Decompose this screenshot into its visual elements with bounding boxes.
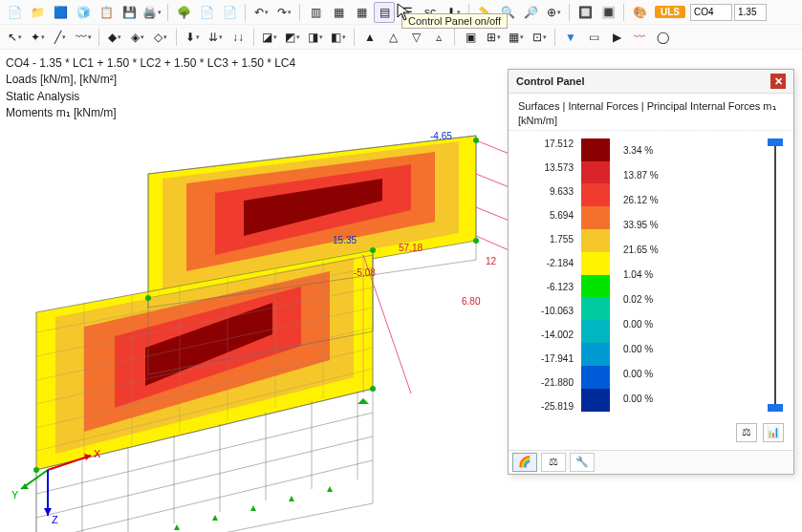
solid-icon[interactable]: ◈ <box>127 27 148 48</box>
control-panel-title: Control Panel <box>516 75 585 87</box>
zoom-fit-icon[interactable]: ⊕ <box>543 2 564 23</box>
info-block: CO4 - 1.35 * LC1 + 1.50 * LC2 + 1.50 * L… <box>6 55 295 122</box>
palette-icon[interactable]: 🎨 <box>629 2 650 23</box>
svg-text:57.18: 57.18 <box>399 243 423 253</box>
control-panel: Control Panel ✕ Surfaces | Internal Forc… <box>508 69 794 475</box>
grid-icon[interactable]: ▦ <box>506 27 527 48</box>
zoom-out-icon[interactable]: 🔎 <box>520 2 541 23</box>
print-icon[interactable]: 🖨️ <box>141 2 163 23</box>
balance-apply-icon[interactable]: ⚖ <box>736 423 757 442</box>
doc1-icon[interactable]: 📄 <box>196 2 217 23</box>
tooltip: Control Panel on/off <box>401 13 508 29</box>
info-result-type: Moments m₁ [kNm/m] <box>6 105 295 121</box>
snap-icon[interactable]: ⊡ <box>529 27 550 48</box>
tree-icon[interactable]: 🌳 <box>173 2 194 23</box>
load2-icon[interactable]: ⇊ <box>205 27 226 48</box>
separator <box>245 4 246 21</box>
mesh-icon[interactable]: ⊞ <box>483 27 504 48</box>
new-icon[interactable]: 📄 <box>4 2 25 23</box>
control-panel-titlebar[interactable]: Control Panel ✕ <box>509 70 793 94</box>
load1-icon[interactable]: ⬇ <box>182 27 203 48</box>
model-icon[interactable]: 🧊 <box>73 2 94 23</box>
edit-scale-icon[interactable]: 📊 <box>763 423 784 442</box>
line-icon[interactable]: ╱ <box>50 27 71 48</box>
undo-icon[interactable]: ↶ <box>250 2 271 23</box>
legend-segment <box>581 320 610 343</box>
legend-segment <box>581 183 610 206</box>
control-panel-toggle-icon[interactable]: ▤ <box>374 2 395 23</box>
tab-colorscale-icon[interactable]: 🌈 <box>512 453 537 472</box>
svg-text:6.80: 6.80 <box>462 296 481 307</box>
legend-segment <box>581 161 610 184</box>
open-icon[interactable]: 📁 <box>27 2 48 23</box>
save-icon[interactable]: 💾 <box>119 2 140 23</box>
table2-icon[interactable]: ▦ <box>351 2 372 23</box>
opening-icon[interactable]: ◇ <box>150 27 171 48</box>
support4-icon[interactable]: ▵ <box>428 27 449 48</box>
legend-colorbar <box>581 138 610 412</box>
legend-area: 17.51213.573 9.6335.694 1.755-2.184 -6.1… <box>509 131 793 419</box>
paste-icon[interactable]: 📋 <box>96 2 117 23</box>
play-icon[interactable]: ▶ <box>606 27 627 48</box>
support3-icon[interactable]: ▽ <box>405 27 426 48</box>
tab-factors-icon[interactable]: ⚖ <box>541 453 566 472</box>
legend-percents: 3.34 %13.87 % 26.12 %33.95 % 21.65 %1.04… <box>618 138 759 412</box>
svg-point-57 <box>145 295 151 301</box>
legend-segment <box>581 297 610 320</box>
window-icon[interactable]: ▭ <box>583 27 604 48</box>
control-panel-subtitle: Surfaces | Internal Forces | Principal I… <box>509 94 793 131</box>
cursor-icon[interactable]: ↖ <box>4 27 25 48</box>
separator <box>554 29 555 46</box>
filter-icon[interactable]: ▼ <box>560 27 581 48</box>
node-icon[interactable]: ✦ <box>27 27 48 48</box>
control-panel-buttons: ⚖ 📊 <box>509 419 793 450</box>
frame-icon[interactable]: ▣ <box>460 27 481 48</box>
combo-field[interactable] <box>690 4 732 21</box>
table1-icon[interactable]: ▦ <box>328 2 349 23</box>
result3-icon[interactable]: ◨ <box>305 27 326 48</box>
legend-segment <box>581 275 610 298</box>
separator <box>354 29 355 46</box>
result1-icon[interactable]: ◪ <box>259 27 280 48</box>
svg-text:Y: Y <box>11 489 19 500</box>
legend-range-slider[interactable] <box>767 138 784 412</box>
legend-segment <box>581 252 610 275</box>
factor-field[interactable] <box>734 4 767 21</box>
view-b-icon[interactable]: 🔳 <box>597 2 618 23</box>
info-loads: Loads [kN/m], [kN/m²] <box>6 72 295 88</box>
separator <box>299 4 300 21</box>
chart-icon[interactable]: 〰 <box>629 27 650 48</box>
svg-text:-4.65: -4.65 <box>430 131 452 141</box>
info-combination: CO4 - 1.35 * LC1 + 1.50 * LC2 + 1.50 * L… <box>6 55 295 72</box>
legend-segment <box>581 343 610 366</box>
separator <box>623 4 624 21</box>
separator <box>98 29 99 46</box>
legend-values: 17.51213.573 9.6335.694 1.755-2.184 -6.1… <box>518 138 574 412</box>
svg-text:-5.08: -5.08 <box>354 267 376 278</box>
uls-badge: ULS <box>655 6 685 18</box>
slider-handle-bottom[interactable] <box>768 404 783 412</box>
redo-icon[interactable]: ↷ <box>273 2 294 23</box>
load3-icon[interactable]: ↓↓ <box>228 27 249 48</box>
surface-icon[interactable]: ◆ <box>104 27 125 48</box>
support1-icon[interactable]: ▲ <box>359 27 380 48</box>
cloud-icon[interactable]: 🟦 <box>50 2 71 23</box>
member-icon[interactable]: 〰 <box>73 27 94 48</box>
circle-icon[interactable]: ◯ <box>652 27 673 48</box>
slider-handle-top[interactable] <box>768 138 783 146</box>
separator <box>167 4 168 21</box>
doc2-icon[interactable]: 📄 <box>219 2 240 23</box>
btn-calc-icon[interactable]: ▥ <box>305 2 326 23</box>
legend-segment <box>581 206 610 229</box>
result4-icon[interactable]: ◧ <box>328 27 349 48</box>
support2-icon[interactable]: △ <box>382 27 403 48</box>
info-analysis: Static Analysis <box>6 89 295 105</box>
legend-segment <box>581 229 610 252</box>
close-icon[interactable]: ✕ <box>770 74 786 89</box>
separator <box>569 4 570 21</box>
tab-filter-icon[interactable]: 🔧 <box>570 453 595 472</box>
svg-point-55 <box>370 386 376 392</box>
result2-icon[interactable]: ◩ <box>282 27 303 48</box>
view-a-icon[interactable]: 🔲 <box>574 2 596 23</box>
svg-text:12: 12 <box>486 256 497 266</box>
